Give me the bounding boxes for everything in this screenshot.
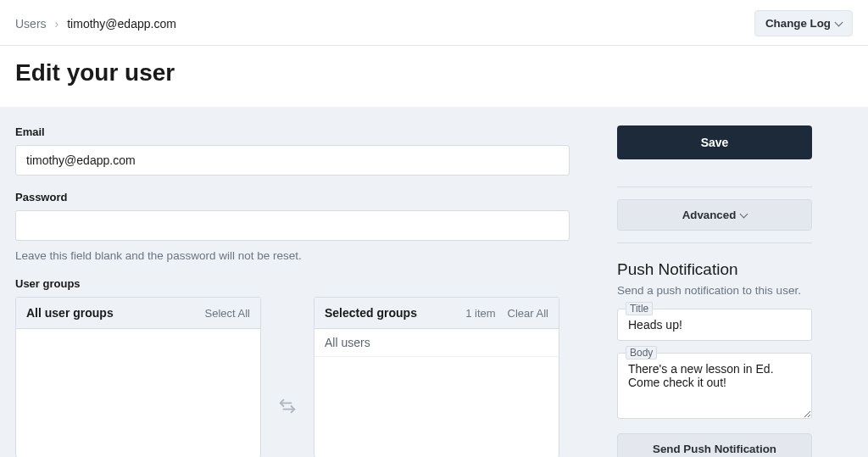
push-body-label: Body	[626, 346, 657, 359]
selected-groups-panel: Selected groups 1 item Clear All All use…	[314, 297, 559, 457]
password-field[interactable]	[15, 210, 570, 241]
page-title: Edit your user	[0, 46, 868, 107]
password-label: Password	[15, 191, 583, 203]
transfer-icon	[278, 397, 297, 418]
change-log-label: Change Log	[765, 17, 831, 30]
push-title-label: Title	[626, 302, 653, 315]
all-user-groups-panel: All user groups Select All	[15, 297, 261, 457]
advanced-label: Advanced	[682, 209, 737, 221]
change-log-button[interactable]: Change Log	[754, 10, 853, 36]
clear-all-button[interactable]: Clear All	[508, 307, 548, 320]
selected-groups-list[interactable]: All users	[314, 329, 559, 457]
chevron-down-icon	[740, 209, 748, 218]
push-subtext: Send a push notification to this user.	[617, 284, 812, 297]
list-item[interactable]: All users	[314, 329, 559, 357]
breadcrumb-current: timothy@edapp.com	[67, 17, 176, 31]
breadcrumb-root[interactable]: Users	[15, 17, 47, 31]
push-heading: Push Notification	[617, 260, 812, 279]
divider	[617, 242, 812, 243]
select-all-button[interactable]: Select All	[205, 307, 250, 320]
advanced-button[interactable]: Advanced	[617, 199, 812, 231]
send-push-button[interactable]: Send Push Notification	[617, 433, 812, 457]
all-groups-title: All user groups	[26, 306, 114, 320]
chevron-right-icon: ›	[55, 17, 59, 31]
push-body-field[interactable]	[617, 353, 812, 419]
user-groups-label: User groups	[15, 277, 583, 290]
email-label: Email	[15, 125, 583, 138]
save-button[interactable]: Save	[617, 125, 812, 159]
selected-groups-title: Selected groups	[325, 306, 417, 320]
breadcrumb: Users › timothy@edapp.com	[15, 17, 176, 31]
all-groups-list[interactable]	[16, 329, 260, 457]
selected-count: 1 item	[465, 307, 495, 320]
divider	[617, 187, 812, 187]
email-field[interactable]	[15, 145, 570, 176]
chevron-down-icon	[835, 18, 843, 26]
password-help-text: Leave this field blank and the password …	[15, 249, 583, 262]
